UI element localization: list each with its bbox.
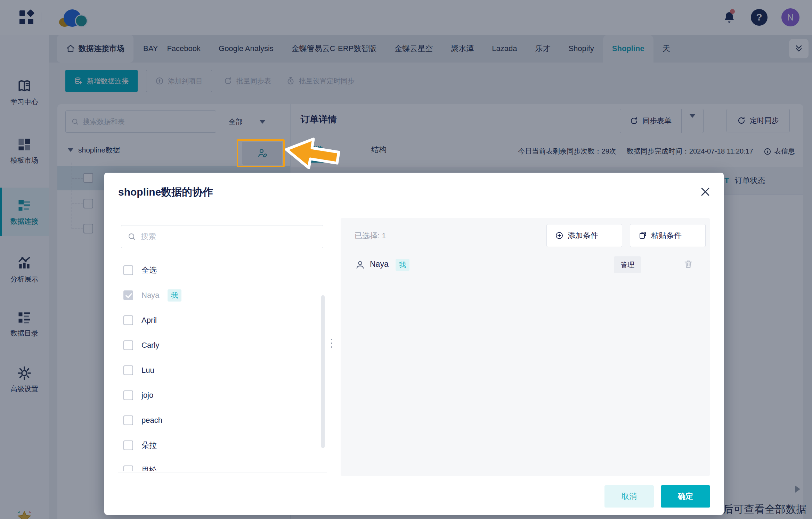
app-root: ? N 学习中心 模板市场 数据连接 分析展示 数据目录 高级设置 (0, 0, 812, 519)
member-row[interactable]: Luu (118, 358, 327, 383)
role-dropdown[interactable]: 管理 (614, 256, 641, 273)
member-checkbox[interactable] (123, 440, 133, 450)
tutorial-highlight-rect (237, 139, 285, 167)
member-row[interactable]: peach (118, 408, 327, 433)
me-badge: 我 (168, 289, 181, 302)
member-row[interactable]: Carly (118, 333, 327, 358)
select-all-row[interactable]: 全选 (118, 258, 327, 283)
member-row[interactable]: jojo (118, 383, 327, 408)
member-row[interactable]: April (118, 308, 327, 333)
me-badge: 我 (396, 259, 409, 271)
confirm-button[interactable]: 确定 (661, 485, 710, 508)
paste-condition-button[interactable]: 粘贴条件 (630, 224, 706, 247)
close-icon[interactable] (699, 186, 711, 198)
trash-icon[interactable] (683, 259, 693, 269)
modal-title: shopline数据的协作 (118, 185, 213, 199)
member-checkbox[interactable] (123, 340, 133, 350)
member-search[interactable] (121, 225, 323, 248)
cancel-button[interactable]: 取消 (604, 485, 654, 508)
member-row[interactable]: 朵拉 (118, 433, 327, 458)
member-list: 全选 Naya 我 April Carly Luu jojo (118, 258, 327, 471)
plus-circle-icon (555, 231, 563, 240)
member-checkbox[interactable] (123, 466, 133, 471)
collaboration-modal: shopline数据的协作 全选 Naya 我 April Carl (104, 173, 724, 515)
member-checkbox[interactable] (123, 315, 133, 325)
member-search-input[interactable] (140, 232, 317, 241)
member-row[interactable]: Naya 我 (118, 283, 327, 308)
select-all-checkbox[interactable] (123, 265, 133, 275)
member-list-scrollbar[interactable] (321, 295, 325, 448)
search-icon (128, 232, 136, 241)
selected-member-name: Naya (370, 260, 389, 269)
selected-count: 已选择: 1 (355, 231, 386, 241)
paste-icon (639, 231, 647, 240)
add-condition-button[interactable]: 添加条件 (546, 224, 622, 247)
selected-members-panel: 已选择: 1 添加条件 粘贴条件 Naya 我 管理 (341, 218, 710, 476)
member-checkbox-checked[interactable] (123, 290, 133, 300)
member-row-clipped[interactable]: 思松 (118, 458, 327, 471)
member-checkbox[interactable] (123, 415, 133, 425)
pane-drag-handle[interactable] (330, 339, 333, 348)
selected-member-row: Naya 我 管理 (341, 254, 710, 275)
user-icon (355, 260, 365, 270)
member-checkbox[interactable] (123, 390, 133, 400)
member-checkbox[interactable] (123, 365, 133, 375)
